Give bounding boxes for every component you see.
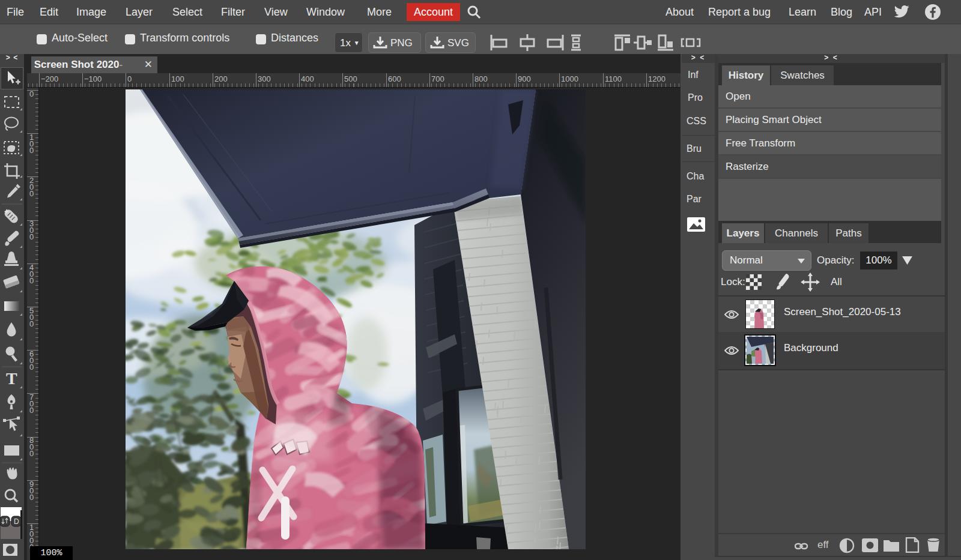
- svg-text:D: D: [14, 517, 19, 526]
- svg-text:T: T: [6, 369, 17, 388]
